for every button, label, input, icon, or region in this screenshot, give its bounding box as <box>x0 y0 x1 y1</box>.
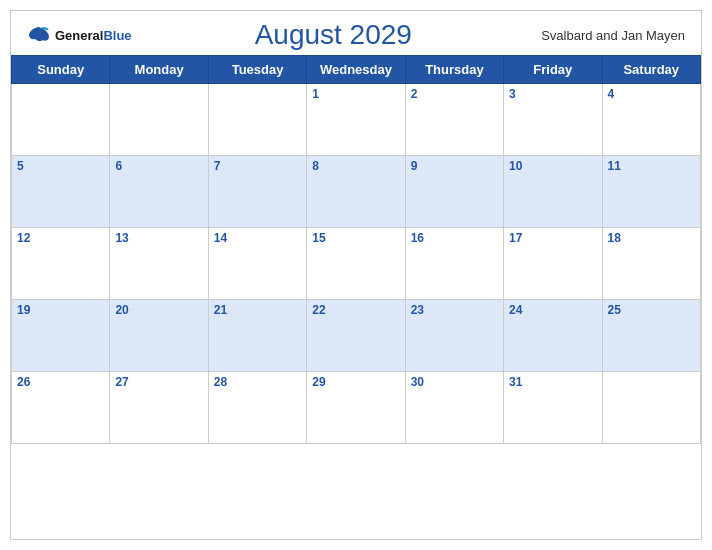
calendar-header: GeneralBlue August 2029 Svalbard and Jan… <box>11 11 701 55</box>
calendar-day-cell: 11 <box>602 156 700 228</box>
calendar-week-row: 567891011 <box>12 156 701 228</box>
calendar-day-cell: 19 <box>12 300 110 372</box>
day-number: 23 <box>411 303 424 317</box>
header-saturday: Saturday <box>602 56 700 84</box>
day-number: 2 <box>411 87 418 101</box>
day-number: 6 <box>115 159 122 173</box>
day-number: 8 <box>312 159 319 173</box>
weekday-header-row: Sunday Monday Tuesday Wednesday Thursday… <box>12 56 701 84</box>
calendar-day-cell: 10 <box>504 156 602 228</box>
calendar-day-cell: 1 <box>307 84 405 156</box>
day-number: 5 <box>17 159 24 173</box>
calendar-week-row: 1234 <box>12 84 701 156</box>
day-number: 1 <box>312 87 319 101</box>
calendar-day-cell: 31 <box>504 372 602 444</box>
header-friday: Friday <box>504 56 602 84</box>
calendar-body: 1234567891011121314151617181920212223242… <box>12 84 701 444</box>
day-number: 12 <box>17 231 30 245</box>
calendar-day-cell: 23 <box>405 300 503 372</box>
day-number: 11 <box>608 159 621 173</box>
calendar-day-cell: 4 <box>602 84 700 156</box>
calendar-day-cell: 28 <box>208 372 306 444</box>
calendar-day-cell <box>12 84 110 156</box>
logo-bird-icon <box>27 25 51 45</box>
day-number: 3 <box>509 87 516 101</box>
calendar-week-row: 262728293031 <box>12 372 701 444</box>
calendar-day-cell <box>110 84 208 156</box>
day-number: 16 <box>411 231 424 245</box>
calendar-day-cell: 18 <box>602 228 700 300</box>
region-label: Svalbard and Jan Mayen <box>535 28 685 43</box>
day-number: 24 <box>509 303 522 317</box>
month-year-title: August 2029 <box>132 19 535 51</box>
header-thursday: Thursday <box>405 56 503 84</box>
calendar-day-cell: 12 <box>12 228 110 300</box>
calendar-day-cell: 5 <box>12 156 110 228</box>
day-number: 29 <box>312 375 325 389</box>
day-number: 31 <box>509 375 522 389</box>
day-number: 20 <box>115 303 128 317</box>
calendar: GeneralBlue August 2029 Svalbard and Jan… <box>10 10 702 540</box>
header-monday: Monday <box>110 56 208 84</box>
calendar-week-row: 19202122232425 <box>12 300 701 372</box>
calendar-day-cell: 3 <box>504 84 602 156</box>
calendar-day-cell: 8 <box>307 156 405 228</box>
calendar-day-cell: 9 <box>405 156 503 228</box>
calendar-day-cell: 7 <box>208 156 306 228</box>
day-number: 25 <box>608 303 621 317</box>
calendar-day-cell: 16 <box>405 228 503 300</box>
header-tuesday: Tuesday <box>208 56 306 84</box>
calendar-day-cell: 30 <box>405 372 503 444</box>
day-number: 14 <box>214 231 227 245</box>
day-number: 22 <box>312 303 325 317</box>
logo-general-text: GeneralBlue <box>55 26 132 44</box>
day-number: 4 <box>608 87 615 101</box>
calendar-day-cell: 26 <box>12 372 110 444</box>
calendar-day-cell: 22 <box>307 300 405 372</box>
calendar-table: Sunday Monday Tuesday Wednesday Thursday… <box>11 55 701 444</box>
day-number: 21 <box>214 303 227 317</box>
day-number: 15 <box>312 231 325 245</box>
calendar-day-cell <box>602 372 700 444</box>
calendar-day-cell: 21 <box>208 300 306 372</box>
day-number: 27 <box>115 375 128 389</box>
day-number: 13 <box>115 231 128 245</box>
calendar-week-row: 12131415161718 <box>12 228 701 300</box>
calendar-day-cell: 25 <box>602 300 700 372</box>
calendar-day-cell: 29 <box>307 372 405 444</box>
calendar-day-cell: 6 <box>110 156 208 228</box>
header-wednesday: Wednesday <box>307 56 405 84</box>
calendar-day-cell: 17 <box>504 228 602 300</box>
calendar-day-cell: 15 <box>307 228 405 300</box>
calendar-day-cell: 2 <box>405 84 503 156</box>
day-number: 18 <box>608 231 621 245</box>
calendar-day-cell: 27 <box>110 372 208 444</box>
day-number: 30 <box>411 375 424 389</box>
day-number: 28 <box>214 375 227 389</box>
calendar-day-cell: 20 <box>110 300 208 372</box>
header-sunday: Sunday <box>12 56 110 84</box>
calendar-day-cell: 14 <box>208 228 306 300</box>
calendar-day-cell <box>208 84 306 156</box>
day-number: 9 <box>411 159 418 173</box>
day-number: 7 <box>214 159 221 173</box>
calendar-day-cell: 13 <box>110 228 208 300</box>
day-number: 10 <box>509 159 522 173</box>
day-number: 26 <box>17 375 30 389</box>
day-number: 17 <box>509 231 522 245</box>
logo: GeneralBlue <box>27 25 132 45</box>
calendar-day-cell: 24 <box>504 300 602 372</box>
day-number: 19 <box>17 303 30 317</box>
